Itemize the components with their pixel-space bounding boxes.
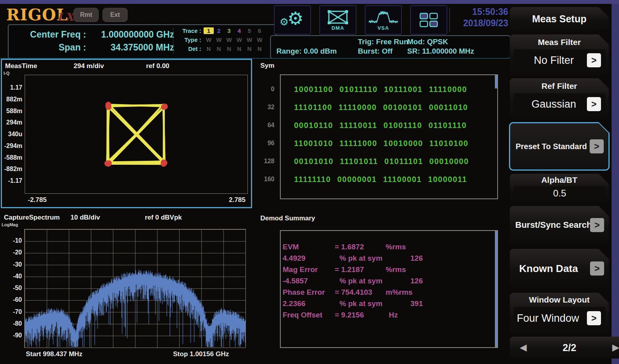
sym-title: Sym [260, 62, 274, 70]
frequency-info-box: Center Freq : 1.000000000 GHz Span : 34.… [8, 24, 276, 59]
window-layout-value-row: Four Window > [514, 307, 606, 330]
demod-summary-window[interactable]: Demod Summary EVM = 1.6872 %rms 4.4929 %… [256, 211, 509, 363]
window-layout-menu-button[interactable]: Window Layout Four Window > [510, 293, 609, 333]
det-label: Det : [177, 45, 201, 52]
sym-row: 96 11001010 11111000 10010000 11010100 [256, 139, 496, 148]
meastime-x-min: -2.785 [28, 196, 47, 204]
known-data-label: Known Data [519, 263, 578, 275]
det-row: Det :NNNNNN [177, 45, 265, 52]
type-label: Type : [177, 36, 201, 43]
trace-3[interactable]: 3 [224, 27, 234, 34]
range-status: Range: 0.00 dBm [276, 47, 337, 56]
center-freq-label: Center Freq : [12, 29, 86, 40]
trace-5[interactable]: 5 [244, 27, 254, 34]
known-data-button[interactable]: Known Data > [510, 249, 609, 288]
four-window-icon [419, 12, 439, 28]
menu-title-meas-setup[interactable]: Meas Setup [510, 7, 609, 31]
spectrum-stop-freq: Stop 1.00156 GHz [173, 350, 229, 358]
chevron-right-icon: > [587, 311, 601, 325]
alpha-bt-button[interactable]: Alpha/BT 0.5 [510, 174, 609, 202]
spectrum-icon [368, 9, 398, 26]
capturespectrum-window[interactable]: CaptureSpectrum 10 dB/div ref 0 dBVpk Lo… [1, 211, 252, 363]
sr-status: SR: 11.000000 MHz [407, 47, 474, 56]
trace-1[interactable]: 1 [204, 27, 214, 34]
trace-2[interactable]: 2 [214, 27, 224, 34]
burst-status: Burst: Off [358, 47, 393, 56]
window-layout-label: Window Layout [510, 295, 609, 305]
meastime-mode: I-Q [4, 71, 9, 76]
trace-6[interactable]: 6 [254, 27, 265, 34]
sym-row: 64 00010110 11110011 01001110 01101110 [256, 121, 496, 130]
header-divider [449, 8, 450, 32]
sym-row: 0 10001100 01011110 10111001 11110000 [256, 85, 496, 94]
meastime-window[interactable]: MeasTime 294 m/div ref 0.00 I-Q 1.17882m… [1, 59, 252, 208]
status-bar: Range: 0.00 dBm Trig: Free Run Burst: Of… [270, 35, 511, 59]
sym-row: 32 11101100 11110000 00100101 00011010 [256, 103, 496, 112]
spectrum-ref: ref 0 dBVpk [145, 214, 182, 222]
chevron-right-icon: > [590, 139, 604, 153]
span-value: 34.375000 MHz [86, 42, 174, 53]
trig-status: Trig: Free Run [358, 38, 408, 46]
sym-window[interactable]: Sym 0 10001100 01011110 10111001 1111000… [256, 59, 509, 208]
chevron-right-icon: > [587, 53, 601, 67]
page-next-button[interactable]: ▶ [612, 342, 619, 353]
chevron-right-icon: > [590, 261, 604, 276]
center-freq-row: Center Freq : 1.000000000 GHz [12, 29, 174, 40]
ref-filter-label: Ref Filter [510, 81, 609, 91]
date-display: 2018/09/23 [450, 18, 508, 29]
preset-to-standard-inner: Preset To Standard > [510, 123, 608, 169]
instrument-screen: RIGOL LXI Rmt Ext Center Freq : 1.000000… [0, 0, 619, 364]
alpha-bt-label: Alpha/BT [510, 175, 609, 185]
demod-row: EVM = 1.6872 %rms [256, 243, 496, 254]
infobox-divider [173, 27, 173, 54]
meas-filter-button[interactable]: Meas Filter No Filter > [510, 34, 609, 75]
remote-button[interactable]: Rmt [74, 8, 99, 22]
demod-row: Freq Offset = 9.2156 Hz [256, 311, 496, 322]
spectrum-trace [25, 229, 245, 348]
demod-row: 2.2366 % pk at sym 391 [256, 299, 496, 311]
sym-row: 128 00101010 11101011 01011101 00010000 [256, 157, 496, 166]
clock: 15:50:36 2018/09/23 [450, 6, 508, 29]
spectrum-title: CaptureSpectrum [4, 214, 60, 222]
burst-sync-search-button[interactable]: Burst/Sync Search > [510, 206, 609, 244]
meas-filter-value-row: No Filter > [514, 49, 606, 71]
spectrum-start-freq: Start 998.437 MHz [26, 350, 83, 358]
top-bezel-strip [0, 0, 619, 4]
span-row: Span : 34.375000 MHz [12, 41, 174, 53]
meastime-y-axis: 1.17882m588m294m340u-294m-588m-882m-1.17 [2, 84, 22, 184]
demod-row: Phase Error = 754.4103 m%rms [256, 288, 496, 299]
external-trigger-button[interactable]: Ext [103, 8, 128, 22]
demod-row: -4.5857 % pk at sym 126 [256, 277, 496, 288]
dma-icon-label: DMA [332, 25, 345, 31]
time-display: 15:50:36 [450, 6, 508, 18]
settings-button[interactable]: ⚙⚙ [274, 5, 311, 34]
chevron-right-icon: > [590, 218, 604, 232]
spectrum-plot [24, 229, 246, 348]
center-freq-value: 1.000000000 GHz [86, 29, 174, 40]
meas-filter-label: Meas Filter [510, 38, 609, 47]
demod-row: Mag Error = 1.2187 %rms [256, 265, 496, 277]
chevron-right-icon: > [587, 97, 601, 111]
gear-icon: ⚙⚙ [279, 9, 306, 31]
preset-to-standard-button-selected[interactable]: Preset To Standard > [509, 122, 610, 171]
span-label: Span : [12, 42, 86, 53]
type-row: Type :WWWWWW [177, 36, 265, 43]
constellation-plot [25, 75, 248, 194]
vsa-icon-label: VSA [377, 25, 389, 31]
trace-4[interactable]: 4 [234, 27, 244, 34]
ref-filter-button[interactable]: Ref Filter Gaussian > [510, 78, 609, 119]
sym-row: 160 11111110 00000001 11100001 10000011 [256, 175, 496, 184]
trace-row: Trace :123456 [177, 27, 265, 34]
window-layout-button[interactable] [410, 5, 447, 34]
alpha-bt-value: 0.5 [514, 188, 606, 199]
ref-filter-value-row: Gaussian > [514, 93, 606, 115]
meastime-ref: ref 0.00 [146, 62, 170, 70]
page-indicator: 2/2 [563, 342, 576, 353]
meastime-title: MeasTime [5, 62, 37, 70]
constellation-icon [326, 9, 350, 26]
vsa-mode-button[interactable]: VSA [365, 5, 402, 34]
mod-status: Mod: QPSK [407, 38, 448, 46]
page-prev-button[interactable]: ◀ [520, 342, 527, 353]
constellation-trace [25, 75, 247, 193]
dma-mode-button[interactable]: DMA [319, 5, 356, 34]
